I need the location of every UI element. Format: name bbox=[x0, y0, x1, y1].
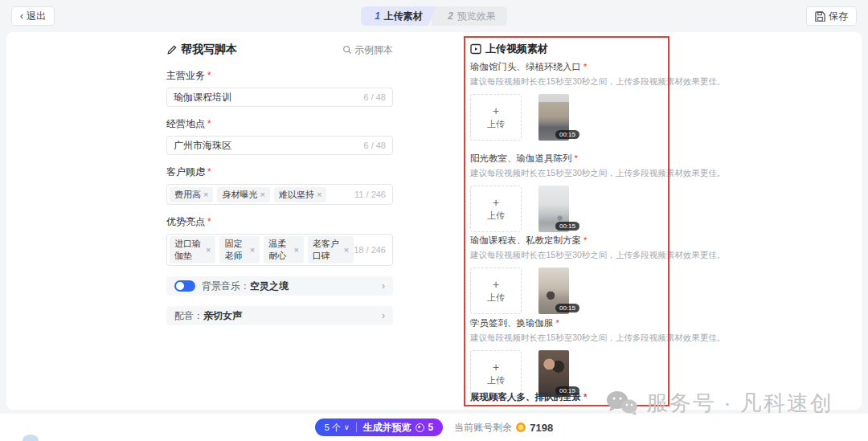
step-indicator: 1 上传素材 2 预览效果 bbox=[361, 6, 507, 26]
upload-button[interactable]: + 上传 bbox=[470, 267, 522, 314]
main-card bbox=[6, 32, 862, 410]
balance-value: 7198 bbox=[530, 422, 553, 434]
upload-panel-title-text: 上传视频素材 bbox=[485, 42, 548, 56]
save-button-label: 保存 bbox=[829, 10, 848, 23]
video-thumbnail[interactable]: 00:15 bbox=[528, 267, 579, 314]
tag-label: 费用高 bbox=[174, 189, 201, 201]
field-label: 经营地点 bbox=[166, 117, 393, 131]
char-counter: 6 / 48 bbox=[363, 92, 386, 102]
save-button[interactable]: 保存 bbox=[806, 6, 857, 26]
field-advantages: 优势亮点 进口瑜伽垫× 固定老师× 温柔耐心× 老客户口碑× 18 / 246 bbox=[166, 215, 393, 266]
tag-chip[interactable]: 老客户口碑× bbox=[308, 236, 354, 263]
coin-icon bbox=[516, 423, 526, 432]
step-upload-materials[interactable]: 1 上传素材 bbox=[361, 6, 436, 26]
section-tip: 建议每段视频时长在15秒至30秒之间，上传多段视频素材效果更佳。 bbox=[470, 76, 663, 88]
char-counter: 11 / 246 bbox=[354, 190, 386, 199]
tag-chip[interactable]: 进口瑜伽垫× bbox=[170, 236, 215, 263]
upload-button[interactable]: + 上传 bbox=[470, 350, 522, 397]
count-label: 5 个 bbox=[325, 422, 341, 434]
tag-label: 温柔耐心 bbox=[268, 238, 291, 262]
generate-preview-button[interactable]: 5 个 ∨ 生成并预览 5 bbox=[315, 419, 443, 436]
background-music-row[interactable]: 背景音乐： 空灵之境 › bbox=[166, 276, 393, 296]
music-toggle[interactable] bbox=[174, 280, 195, 292]
example-script-link[interactable]: 示例脚本 bbox=[342, 43, 393, 57]
save-icon bbox=[815, 11, 825, 22]
duration-badge: 00:15 bbox=[555, 222, 579, 231]
plus-icon: + bbox=[493, 279, 499, 290]
voiceover-label: 配音： bbox=[174, 309, 203, 323]
upload-label: 上传 bbox=[487, 292, 505, 304]
main-business-input[interactable]: 瑜伽课程培训 6 / 48 bbox=[166, 88, 393, 107]
account-balance: 当前账号剩余 7198 bbox=[454, 421, 553, 435]
pencil-icon bbox=[166, 45, 177, 55]
generate-label: 生成并预览 bbox=[363, 421, 411, 435]
section-tip: 建议每段视频时长在15秒至30秒之间，上传多段视频素材效果更佳。 bbox=[470, 168, 663, 179]
section-title: 瑜伽馆门头、绿植环绕入口 bbox=[470, 61, 663, 73]
remove-tag-icon[interactable]: × bbox=[317, 190, 321, 199]
tag-label: 老客户口碑 bbox=[313, 238, 342, 262]
remove-tag-icon[interactable]: × bbox=[203, 190, 208, 199]
upload-button[interactable]: + 上传 bbox=[470, 186, 522, 232]
input-value: 广州市海珠区 bbox=[174, 139, 231, 153]
tag-chip[interactable]: 温柔耐心× bbox=[264, 236, 304, 263]
business-location-input[interactable]: 广州市海珠区 6 / 48 bbox=[166, 136, 393, 155]
upload-label: 上传 bbox=[487, 374, 505, 386]
step-number: 2 bbox=[448, 10, 453, 22]
voiceover-row[interactable]: 配音： 亲切女声 › bbox=[166, 306, 393, 325]
upload-section-classroom: 阳光教室、瑜伽道具陈列 建议每段视频时长在15秒至30秒之间，上传多段视频素材效… bbox=[470, 153, 663, 232]
tag-label: 难以坚持 bbox=[279, 189, 314, 201]
remove-tag-icon[interactable]: × bbox=[344, 245, 349, 255]
tag-chip[interactable]: 难以坚持× bbox=[274, 187, 326, 202]
form-title-text: 帮我写脚本 bbox=[181, 43, 237, 57]
tag-label: 进口瑜伽垫 bbox=[174, 238, 203, 262]
step-preview-effect[interactable]: 2 预览效果 bbox=[432, 6, 507, 26]
step-number: 1 bbox=[375, 10, 380, 22]
field-business-location: 经营地点 广州市海珠区 6 / 48 bbox=[166, 117, 393, 155]
customer-concerns-input[interactable]: 费用高× 身材曝光× 难以坚持× 11 / 246 bbox=[166, 184, 393, 205]
duration-badge: 00:15 bbox=[555, 130, 579, 139]
field-label: 主营业务 bbox=[166, 69, 393, 83]
video-thumbnail[interactable]: 00:15 bbox=[528, 94, 579, 141]
count-dropdown[interactable]: 5 个 ∨ bbox=[325, 422, 350, 434]
tag-label: 身材曝光 bbox=[222, 189, 257, 201]
field-customer-concerns: 客户顾虑 费用高× 身材曝光× 难以坚持× 11 / 246 bbox=[166, 165, 393, 205]
button-divider bbox=[356, 423, 357, 432]
duration-badge: 00:15 bbox=[555, 304, 579, 312]
tag-chip[interactable]: 固定老师× bbox=[219, 236, 260, 263]
tag-chip[interactable]: 费用高× bbox=[170, 187, 213, 202]
bottom-bar: 5 个 ∨ 生成并预览 5 当前账号剩余 7198 bbox=[0, 414, 868, 441]
video-icon bbox=[470, 43, 481, 55]
corner-artifact bbox=[23, 435, 39, 441]
advantages-input[interactable]: 进口瑜伽垫× 固定老师× 温柔耐心× 老客户口碑× 18 / 246 bbox=[166, 234, 393, 266]
magnifier-icon bbox=[342, 45, 352, 55]
page: ‹ 退出 1 上传素材 2 预览效果 保存 bbox=[0, 0, 868, 441]
script-form: 帮我写脚本 示例脚本 主营业务 瑜伽课程培训 6 / 48 经营地点 广州市海珠… bbox=[166, 43, 393, 325]
form-title: 帮我写脚本 bbox=[166, 43, 237, 57]
upload-button[interactable]: + 上传 bbox=[470, 94, 522, 141]
upload-section-entrance: 瑜伽馆门头、绿植环绕入口 建议每段视频时长在15秒至30秒之间，上传多段视频素材… bbox=[470, 61, 663, 141]
chevron-right-icon: › bbox=[382, 310, 385, 321]
remove-tag-icon[interactable]: × bbox=[293, 245, 298, 255]
coin-icon bbox=[416, 423, 424, 432]
chevron-right-icon: › bbox=[382, 280, 385, 292]
section-title: 学员签到、换瑜伽服 bbox=[470, 317, 663, 329]
upload-panel-title: 上传视频素材 bbox=[470, 42, 548, 56]
remove-tag-icon[interactable]: × bbox=[250, 245, 255, 255]
caret-down-icon: ∨ bbox=[344, 423, 350, 431]
plus-icon: + bbox=[493, 361, 499, 373]
balance-label: 当前账号剩余 bbox=[454, 421, 512, 435]
exit-button[interactable]: ‹ 退出 bbox=[11, 6, 55, 26]
tag-chip[interactable]: 身材曝光× bbox=[217, 187, 269, 202]
upload-section-panorama: 展现顾客人多、排队的全景 bbox=[470, 391, 663, 403]
upload-label: 上传 bbox=[487, 118, 505, 130]
remove-tag-icon[interactable]: × bbox=[260, 190, 264, 199]
field-label: 优势亮点 bbox=[166, 215, 393, 229]
video-thumbnail[interactable]: 00:15 bbox=[528, 186, 579, 232]
tag-label: 固定老师 bbox=[224, 238, 247, 262]
remove-tag-icon[interactable]: × bbox=[206, 245, 211, 255]
voiceover-value: 亲切女声 bbox=[203, 309, 242, 323]
top-bar: ‹ 退出 1 上传素材 2 预览效果 保存 bbox=[0, 0, 868, 32]
field-main-business: 主营业务 瑜伽课程培训 6 / 48 bbox=[166, 69, 393, 107]
step-label: 上传素材 bbox=[384, 10, 423, 23]
video-thumbnail[interactable]: 00:15 bbox=[528, 350, 579, 397]
